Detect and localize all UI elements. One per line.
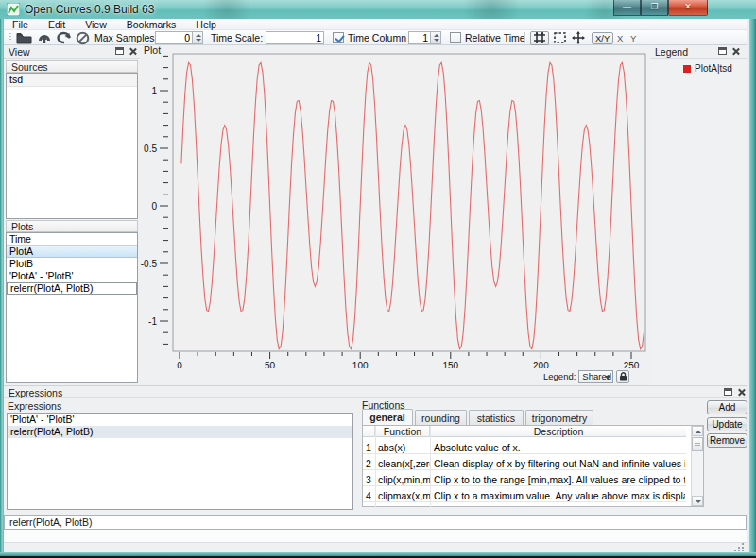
expression-item-relerr[interactable]: relerr(PlotA, PlotB) [8,426,352,438]
expression-item-diff[interactable]: 'PlotA' - 'PlotB' [8,414,352,426]
scrollbar-down-button[interactable] [692,496,703,506]
legend-entry-plota[interactable]: PlotA|tsd [695,63,732,74]
svg-text:0.5: 0.5 [144,144,157,154]
scrollbar-thumb[interactable] [692,437,703,451]
row-num: 1 [366,442,371,453]
plot-item-plotb[interactable]: PlotB [7,258,137,270]
pan-move-icon [572,31,585,44]
max-samples-label: Max Samples: [94,30,158,45]
cancel-icon [76,31,90,45]
plot-item-plota[interactable]: PlotA [7,245,137,258]
column-divider [430,426,431,508]
legend-swatch-plota [683,65,691,73]
desktop: Open Curves 0.9 Build 63 — ❐ ✕ File Edit… [0,0,756,558]
tab-general[interactable]: general [362,409,413,425]
view-float-icon[interactable] [115,47,124,55]
row-description: Clip x to a maximum value. Any value abo… [434,490,685,501]
expression-editor[interactable]: relerr(PlotA, PlotB) [4,515,747,530]
menu-file[interactable]: File [4,19,37,30]
source-item[interactable]: tsd [7,74,137,87]
row-function: clipmax(x,max) [378,490,430,501]
view-dock-title: View [9,46,30,58]
svg-text:0: 0 [177,361,182,368]
expressions-dock-title: Expressions [9,387,62,398]
legend-dock-title: Legend [655,46,688,58]
table-header-function[interactable]: Function [376,426,430,437]
legend-float-icon[interactable] [718,47,727,55]
title-bar: Open Curves 0.9 Build 63 — ❐ ✕ [0,0,756,19]
zoom-box-button[interactable] [554,30,566,45]
minimize-button[interactable]: — [613,0,641,16]
row-function: clip(x,min,max) [378,474,430,485]
maximize-button[interactable]: ❐ [641,0,668,16]
sources-header: Sources [6,60,138,73]
zoom-fit-button[interactable] [530,30,549,45]
clear-button[interactable] [76,30,90,45]
menu-edit[interactable]: Edit [40,19,74,30]
zoom-axis-xy-button[interactable]: X/Y [592,30,613,45]
remove-button[interactable]: Remove [707,433,747,448]
tab-rounding[interactable]: rounding [415,410,467,425]
plot-canvas[interactable]: 10.50-0.5-1050100150200250 [132,45,648,368]
plot-item-time[interactable]: Time [7,233,137,245]
time-scale-input[interactable] [266,31,324,44]
time-column-index-input[interactable] [408,31,431,44]
close-button[interactable]: ✕ [668,0,708,16]
bottom-spacer [4,530,747,542]
close-icon: ✕ [669,0,707,14]
menu-view[interactable]: View [77,19,115,30]
resize-grip[interactable] [733,542,745,551]
tab-statistics[interactable]: statistics [469,410,524,425]
dropdown-arrow-icon [605,376,610,380]
zoom-axis-y-button[interactable]: Y [630,30,636,45]
row-num: 2 [366,458,371,469]
svg-text:0: 0 [151,201,157,211]
add-button[interactable]: Add [707,400,747,414]
plots-list: Time PlotA PlotB 'PlotA' - 'PlotB' reler… [6,232,138,383]
svg-text:-1: -1 [148,316,157,327]
folder-icon [16,32,32,44]
legend-dock-body: PlotA|tsd [650,59,747,385]
max-samples-input[interactable] [155,31,193,44]
time-column-checkbox[interactable]: Time Column [333,30,406,45]
menu-help[interactable]: Help [187,19,225,30]
tab-trigonometry[interactable]: trigonometry [525,410,593,425]
legend-close-icon[interactable] [731,47,740,56]
reload-button[interactable] [57,30,73,45]
max-samples-spinner[interactable] [193,31,203,44]
open-file-button[interactable] [16,30,32,45]
zoom-axis-x-button[interactable]: X [617,30,623,45]
svg-text:100: 100 [352,361,369,368]
plot-item-relerr[interactable]: relerr(PlotA, PlotB) [7,282,137,295]
column-divider [375,426,376,508]
rubber-band-icon [554,32,566,43]
legend-mode-dropdown[interactable]: Shared [578,370,613,383]
expressions-list: 'PlotA' - 'PlotB' relerr(PlotA, PlotB) [7,413,353,510]
plots-header: Plots [6,220,138,232]
time-column-spinner[interactable] [431,31,441,44]
relative-time-checkbox[interactable]: Relative Time [450,30,525,45]
svg-text:150: 150 [442,361,458,368]
plot-item-diff[interactable]: 'PlotA' - 'PlotB' [7,270,137,282]
svg-text:1: 1 [151,86,157,96]
view-dock-titlebar: View [4,45,140,59]
import-icon [37,32,52,44]
row-description: Absolute value of x. [434,442,685,453]
update-button[interactable]: Update [707,417,747,431]
toolbar-grip[interactable] [9,33,11,42]
time-scale-label: Time Scale: [211,30,263,45]
row-num: 3 [366,474,371,485]
expression-editor-value: relerr(PlotA, PlotB) [5,516,746,528]
window-title: Open Curves 0.9 Build 63 [25,3,154,16]
menu-bookmarks[interactable]: Bookmarks [118,19,185,30]
expressions-float-icon[interactable] [724,388,732,396]
relative-time-checkbox-box [450,32,461,43]
scrollbar-up-button[interactable] [692,426,703,436]
expressions-close-icon[interactable] [737,388,746,397]
table-header-description[interactable]: Description [431,426,686,437]
legend-lock-button[interactable] [616,370,629,383]
menu-bar: File Edit View Bookmarks Help [4,19,747,30]
import-source-button[interactable] [37,30,52,45]
row-function: abs(x) [378,442,430,453]
pan-button[interactable] [572,30,585,45]
